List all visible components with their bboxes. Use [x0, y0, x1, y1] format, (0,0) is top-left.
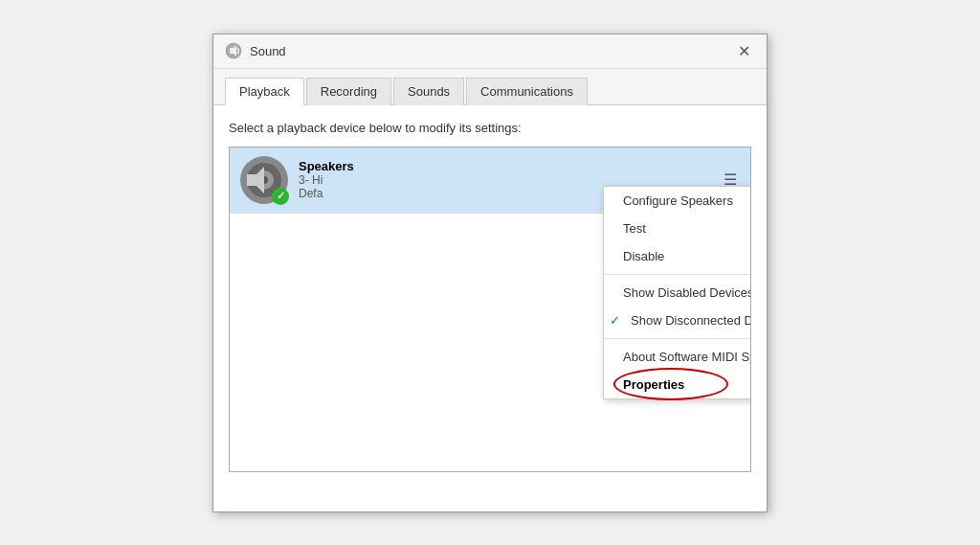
context-menu: Configure Speakers Test Disable Show Dis… — [603, 186, 751, 399]
tab-recording[interactable]: Recording — [306, 78, 391, 105]
title-bar-left: Sound — [225, 42, 286, 59]
menu-separator-2 — [604, 338, 751, 339]
device-name: Speakers — [299, 159, 720, 173]
tab-bar: Playback Recording Sounds Communications — [213, 69, 767, 105]
menu-test[interactable]: Test — [604, 215, 751, 242]
menu-show-disabled[interactable]: Show Disabled Devices — [604, 279, 751, 307]
menu-about-midi[interactable]: About Software MIDI Synthesizer — [604, 343, 751, 371]
instruction-text: Select a playback device below to modify… — [229, 121, 751, 135]
checkmark-icon: ✓ — [610, 313, 627, 328]
tab-playback[interactable]: Playback — [225, 78, 304, 105]
menu-separator-1 — [604, 274, 751, 275]
menu-configure-speakers[interactable]: Configure Speakers — [604, 187, 751, 215]
menu-properties-wrap[interactable]: Properties — [604, 371, 751, 398]
menu-disable[interactable]: Disable — [604, 242, 751, 270]
default-check-badge: ✓ — [272, 188, 289, 205]
menu-properties: Properties — [623, 377, 684, 392]
window-title: Sound — [250, 44, 286, 58]
tab-sounds[interactable]: Sounds — [393, 78, 464, 105]
tab-communications[interactable]: Communications — [466, 78, 588, 105]
device-list[interactable]: ✓ Speakers 3- Hi Defa ☰ Configure Speake… — [229, 147, 751, 472]
tab-content: Select a playback device below to modify… — [213, 105, 767, 511]
device-icon-wrap: ✓ — [239, 155, 289, 205]
title-bar: Sound ✕ — [213, 34, 767, 69]
menu-show-disconnected[interactable]: ✓ Show Disconnected Devices — [604, 307, 751, 334]
sound-window: Sound ✕ Playback Recording Sounds Commun… — [212, 34, 768, 512]
close-button[interactable]: ✕ — [732, 39, 755, 62]
window-icon — [225, 42, 242, 59]
